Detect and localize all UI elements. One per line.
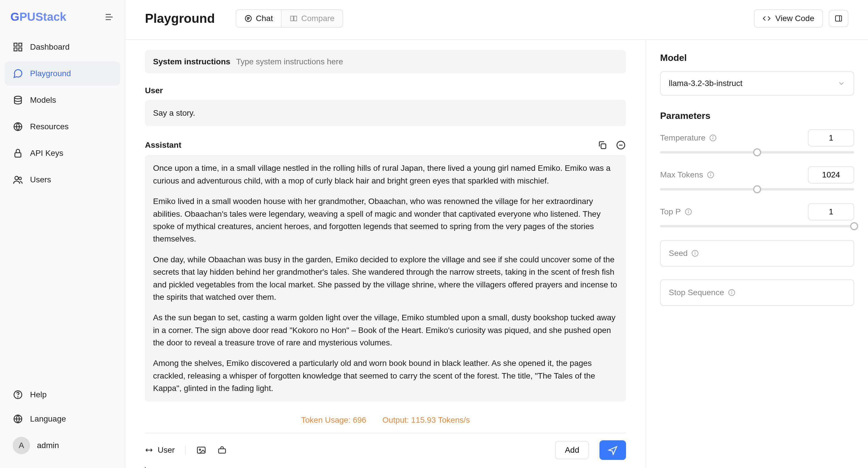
- sidebar-item-label: Playground: [30, 69, 71, 78]
- info-icon[interactable]: [684, 208, 692, 216]
- sidebar-item-playground[interactable]: Playground: [5, 62, 120, 86]
- svg-point-12: [19, 177, 21, 180]
- assistant-paragraph: As the sun began to set, casting a warm …: [153, 311, 618, 349]
- params-section-title: Parameters: [660, 110, 854, 121]
- svg-point-40: [695, 252, 695, 252]
- max-tokens-input[interactable]: [808, 166, 854, 183]
- tools-icon[interactable]: [217, 445, 227, 455]
- model-select[interactable]: llama-3.2-3b-instruct: [660, 71, 854, 96]
- top-p-label: Top P: [660, 207, 692, 216]
- sidebar-collapse-icon[interactable]: [104, 12, 114, 22]
- view-code-button[interactable]: View Code: [754, 9, 823, 28]
- tab-compare[interactable]: Compare: [282, 10, 342, 27]
- svg-rect-5: [14, 48, 17, 51]
- svg-point-31: [713, 136, 713, 137]
- chat-column: System instructions User Say a story. As…: [125, 40, 646, 468]
- topbar: Playground Chat Compare View Code: [125, 0, 868, 40]
- param-max-tokens: Max Tokens: [660, 166, 854, 191]
- svg-point-27: [199, 449, 201, 450]
- sidebar-item-help[interactable]: Help: [5, 382, 120, 407]
- stop-sequence-input[interactable]: Stop Sequence: [660, 279, 854, 306]
- assistant-role-label: Assistant: [145, 140, 181, 150]
- temperature-input[interactable]: [808, 129, 854, 146]
- sidebar-item-dashboard[interactable]: Dashboard: [5, 35, 120, 59]
- tab-group: Chat Compare: [236, 9, 343, 28]
- svg-point-34: [710, 173, 711, 174]
- top-p-input[interactable]: [808, 203, 854, 221]
- system-instructions-label: System instructions: [153, 57, 230, 66]
- sidebar: GPUStack Dashboard Playground Models Res…: [0, 0, 125, 468]
- send-button[interactable]: [599, 440, 626, 460]
- svg-rect-20: [836, 16, 842, 21]
- assistant-paragraph: One day, while Obaachan was busy in the …: [153, 253, 618, 304]
- message-input[interactable]: [145, 465, 626, 468]
- svg-point-11: [15, 176, 19, 180]
- max-tokens-label: Max Tokens: [660, 170, 715, 179]
- system-instructions-input[interactable]: [236, 57, 618, 66]
- info-icon[interactable]: [707, 171, 715, 179]
- panel-toggle-button[interactable]: [829, 10, 848, 27]
- tab-chat[interactable]: Chat: [236, 10, 282, 27]
- add-button[interactable]: Add: [555, 441, 589, 459]
- page-title: Playground: [145, 11, 215, 26]
- svg-rect-18: [291, 16, 293, 21]
- tab-compare-label: Compare: [301, 14, 334, 23]
- svg-rect-28: [219, 449, 225, 453]
- avatar: A: [13, 437, 30, 454]
- svg-rect-22: [601, 144, 606, 149]
- svg-rect-4: [19, 43, 22, 46]
- sidebar-item-label: Dashboard: [30, 42, 70, 52]
- info-icon[interactable]: [728, 289, 736, 297]
- user-message[interactable]: Say a story.: [145, 100, 626, 126]
- svg-point-43: [732, 291, 732, 292]
- logo: GPUStack: [10, 10, 66, 23]
- sidebar-user-name: admin: [37, 441, 59, 450]
- tab-chat-label: Chat: [256, 14, 273, 23]
- stop-sequence-label: Stop Sequence: [669, 288, 724, 297]
- seed-label: Seed: [669, 249, 687, 258]
- temperature-slider[interactable]: [660, 151, 854, 154]
- svg-point-7: [14, 96, 21, 99]
- role-switch[interactable]: User: [145, 445, 186, 455]
- info-icon[interactable]: [691, 249, 699, 257]
- view-code-label: View Code: [775, 14, 814, 23]
- sidebar-item-label: API Keys: [30, 148, 63, 158]
- max-tokens-slider[interactable]: [660, 188, 854, 191]
- input-row: User Add: [145, 433, 626, 468]
- system-instructions-row: System instructions: [145, 50, 626, 73]
- svg-rect-10: [15, 153, 21, 157]
- output-speed: Output: 115.93 Tokens/s: [382, 415, 470, 425]
- sidebar-item-label: Models: [30, 96, 56, 105]
- sidebar-item-language[interactable]: Language: [5, 407, 120, 431]
- info-icon[interactable]: [709, 134, 717, 142]
- role-switch-label: User: [158, 445, 175, 455]
- sidebar-item-label: Help: [30, 390, 47, 399]
- sidebar-item-users[interactable]: Users: [5, 168, 120, 192]
- svg-point-14: [18, 397, 18, 397]
- delete-icon[interactable]: [616, 140, 626, 150]
- slider-thumb[interactable]: [753, 148, 761, 156]
- token-stats: Token Usage: 696 Output: 115.93 Tokens/s: [145, 410, 626, 433]
- sidebar-user[interactable]: A admin: [5, 431, 120, 460]
- seed-input[interactable]: Seed: [660, 240, 854, 267]
- chevron-down-icon: [837, 79, 845, 88]
- copy-icon[interactable]: [597, 140, 608, 150]
- slider-thumb[interactable]: [850, 222, 858, 230]
- image-icon[interactable]: [196, 445, 207, 455]
- param-temperature: Temperature: [660, 129, 854, 154]
- assistant-paragraph: Once upon a time, in a small village nes…: [153, 162, 618, 187]
- model-section-title: Model: [660, 53, 854, 63]
- model-select-value: llama-3.2-3b-instruct: [669, 79, 742, 88]
- sidebar-item-models[interactable]: Models: [5, 88, 120, 112]
- sidebar-item-resources[interactable]: Resources: [5, 114, 120, 139]
- slider-thumb[interactable]: [753, 185, 761, 193]
- token-usage: Token Usage: 696: [301, 415, 366, 425]
- user-role-label: User: [145, 86, 626, 95]
- svg-rect-3: [14, 43, 17, 46]
- assistant-message[interactable]: Once upon a time, in a small village nes…: [145, 155, 626, 401]
- sidebar-item-api-keys[interactable]: API Keys: [5, 141, 120, 165]
- svg-rect-6: [19, 48, 22, 51]
- assistant-paragraph: Among the shelves, Emiko discovered a pa…: [153, 357, 618, 394]
- sidebar-item-label: Users: [30, 175, 51, 185]
- top-p-slider[interactable]: [660, 225, 854, 227]
